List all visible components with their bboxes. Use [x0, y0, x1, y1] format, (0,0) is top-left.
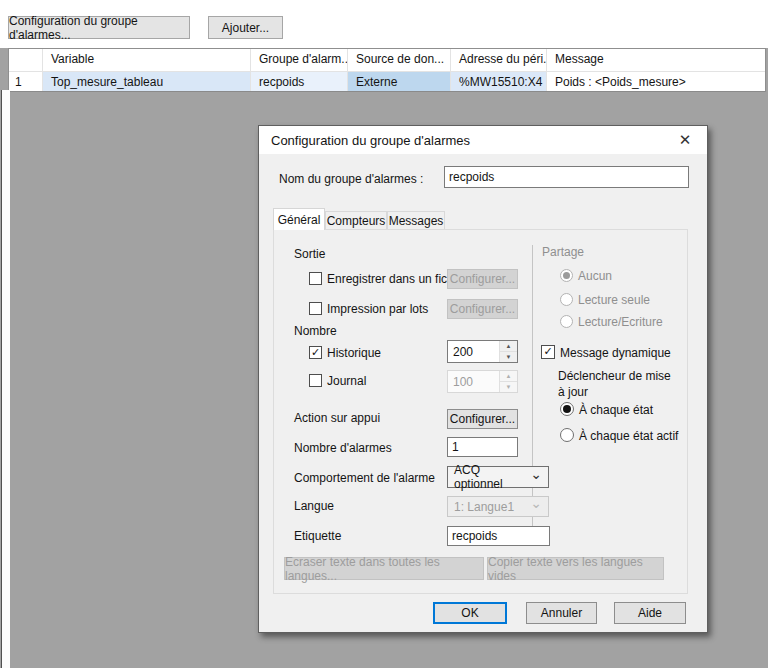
historique-checkbox[interactable]: ✓ — [309, 346, 322, 359]
journal-value: 100 — [448, 371, 499, 392]
close-icon[interactable]: ✕ — [669, 126, 701, 154]
cancel-button[interactable]: Annuler — [526, 602, 597, 624]
alarm-group-config-dialog: Configuration du groupe d'alarmes ✕ Nom … — [258, 125, 708, 633]
action-label: Action sur appui — [294, 411, 380, 425]
chevron-down-icon: ⌄ — [530, 472, 542, 477]
source-cell-selected[interactable]: Externe — [348, 72, 451, 91]
tab-compteurs[interactable]: Compteurs — [325, 211, 387, 229]
spin-up-icon: ▲ — [500, 371, 517, 381]
trigger-chaque-etat-actif-radio[interactable] — [560, 428, 574, 442]
left-pane-edge — [1, 90, 10, 668]
batch-print-configure-button: Configurer... — [447, 299, 518, 319]
alarms-table: Variable Groupe d'alarm... Source de don… — [8, 48, 766, 92]
toolbar: Configuration du groupe d'alarmes... Ajo… — [0, 0, 768, 48]
column-header-source[interactable]: Source de don... — [348, 49, 451, 71]
tab-messages[interactable]: Messages — [387, 211, 445, 229]
save-to-file-configure-button: Configurer... — [447, 269, 518, 289]
column-header-num[interactable] — [9, 49, 43, 71]
etiquette-input[interactable] — [447, 526, 550, 546]
column-header-adresse[interactable]: Adresse du péri... — [451, 49, 547, 71]
nombre-label: Nombre — [294, 324, 337, 338]
batch-print-label: Impression par lots — [327, 302, 428, 316]
partage-lecture-ecriture-label: Lecture/Ecriture — [578, 315, 663, 329]
overwrite-text-button: Ecraser texte dans toutes les langues... — [284, 557, 484, 580]
table-row[interactable]: 1 Top_mesure_tableau recpoids Externe %M… — [9, 72, 765, 91]
behavior-value: ACQ optionnel — [454, 463, 530, 491]
adresse-cell[interactable]: %MW15510:X4 — [451, 72, 547, 91]
partage-lecture-seule-label: Lecture seule — [578, 293, 650, 307]
historique-spinner[interactable]: 200 ▲ ▼ — [447, 340, 518, 363]
sortie-label: Sortie — [294, 247, 325, 261]
dialog-titlebar: Configuration du groupe d'alarmes — [259, 126, 707, 154]
variable-cell[interactable]: Top_mesure_tableau — [43, 72, 251, 91]
spin-down-icon: ▼ — [500, 381, 517, 392]
check-icon: ✓ — [311, 347, 320, 358]
save-to-file-checkbox[interactable] — [309, 272, 322, 285]
journal-spinner: 100 ▲ ▼ — [447, 370, 518, 393]
spin-down-icon[interactable]: ▼ — [500, 351, 517, 362]
dialog-title: Configuration du groupe d'alarmes — [271, 133, 470, 148]
group-name-input[interactable] — [444, 166, 689, 188]
spin-up-icon[interactable]: ▲ — [500, 341, 517, 351]
partage-lecture-ecriture-radio — [560, 315, 573, 328]
journal-checkbox[interactable] — [309, 374, 322, 387]
help-button[interactable]: Aide — [614, 602, 686, 624]
behavior-label: Comportement de l'alarme — [294, 471, 435, 485]
journal-label: Journal — [327, 374, 366, 388]
behavior-select[interactable]: ACQ optionnel ⌄ — [447, 466, 549, 488]
partage-lecture-seule-radio — [560, 293, 573, 306]
trigger-chaque-etat-actif-label: À chaque état actif — [579, 429, 678, 443]
etiquette-label: Etiquette — [294, 529, 341, 543]
action-configure-button[interactable]: Configurer... — [447, 409, 518, 429]
message-cell[interactable]: Poids : <Poids_mesure> — [547, 72, 765, 91]
check-icon: ✓ — [543, 346, 552, 357]
application-window: Configuration du groupe d'alarmes... Ajo… — [0, 0, 768, 668]
batch-print-checkbox[interactable] — [309, 302, 322, 315]
langue-select: 1: Langue1 ⌄ — [447, 496, 549, 517]
column-header-groupe[interactable]: Groupe d'alarm... — [251, 49, 348, 71]
add-button[interactable]: Ajouter... — [208, 16, 283, 39]
message-dynamique-checkbox[interactable]: ✓ — [541, 345, 555, 359]
trigger-chaque-etat-radio[interactable] — [560, 402, 574, 416]
table-header-row: Variable Groupe d'alarm... Source de don… — [9, 49, 765, 72]
chevron-down-icon: ⌄ — [530, 501, 542, 506]
alarm-count-input[interactable] — [447, 437, 518, 457]
tab-general[interactable]: Général — [273, 208, 325, 230]
partage-aucun-label: Aucun — [578, 269, 612, 283]
configure-alarm-group-button[interactable]: Configuration du groupe d'alarmes... — [8, 16, 190, 39]
groupe-cell[interactable]: recpoids — [251, 72, 348, 91]
partage-label: Partage — [542, 245, 584, 259]
message-dynamique-label: Message dynamique — [560, 346, 671, 360]
langue-label: Langue — [294, 499, 334, 513]
trigger-label-line2: à jour — [558, 385, 588, 399]
historique-label: Historique — [327, 346, 381, 360]
langue-value: 1: Langue1 — [454, 500, 514, 514]
trigger-label-line1: Déclencheur de mise — [558, 369, 671, 383]
save-to-file-label: Enregistrer dans un fich — [327, 272, 454, 286]
historique-value[interactable]: 200 — [448, 341, 499, 362]
column-header-message[interactable]: Message — [547, 49, 765, 71]
copy-text-button: Copier texte vers les langues vides — [487, 557, 664, 580]
partage-aucun-radio — [560, 269, 573, 282]
alarm-count-label: Nombre d'alarmes — [294, 441, 392, 455]
ok-button[interactable]: OK — [433, 602, 507, 624]
column-header-variable[interactable]: Variable — [43, 49, 251, 71]
trigger-chaque-etat-label: À chaque état — [579, 403, 653, 417]
row-number-cell: 1 — [9, 72, 43, 91]
group-name-label: Nom du groupe d'alarmes : — [279, 172, 423, 186]
